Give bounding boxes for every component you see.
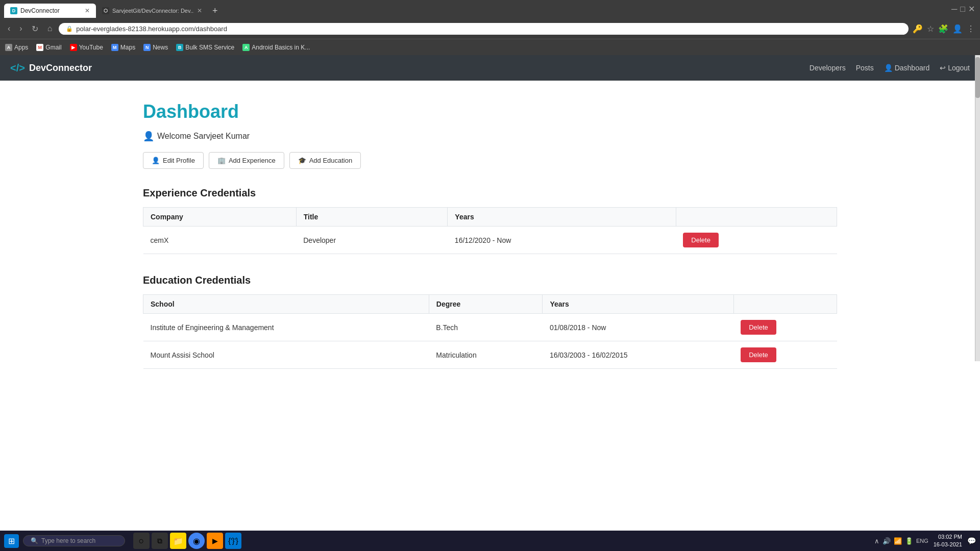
app-navbar: </> DevConnector Developers Posts 👤Dashb… [0, 55, 980, 81]
table-row: Mount Assisi School Matriculation 16/03/… [143, 341, 837, 369]
bookmark-maps-label: Maps [120, 44, 135, 51]
address-bar[interactable]: 🔒 polar-everglades-82138.herokuapp.com/d… [59, 23, 909, 35]
education-delete-button-1[interactable]: Delete [741, 320, 776, 335]
star-icon[interactable]: ☆ [927, 24, 934, 34]
bookmark-apps[interactable]: A Apps [5, 44, 28, 51]
profile-icon[interactable]: 👤 [952, 24, 963, 34]
nav-logout[interactable]: ↩Logout [940, 64, 970, 72]
table-row: Institute of Engineering & Management B.… [143, 314, 837, 341]
experience-header-company: Company [143, 208, 297, 227]
education-section-title: Education Credentials [143, 274, 837, 286]
education-header-degree: Degree [429, 295, 543, 314]
new-tab-button[interactable]: + [208, 6, 222, 16]
reload-button[interactable]: ↻ [29, 23, 41, 35]
tab2-favicon: ⬡ [102, 7, 109, 14]
bookmark-android-label: Android Basics in K... [252, 44, 310, 51]
close-button[interactable]: ✕ [968, 4, 975, 14]
bookmark-gmail-label: Gmail [45, 44, 61, 51]
education-delete-cell-2: Delete [733, 341, 837, 369]
experience-header-action [676, 208, 837, 227]
edit-profile-button[interactable]: 👤 Edit Profile [143, 152, 204, 169]
experience-table: Company Title Years cemX Developer 16/12… [143, 207, 837, 254]
add-education-button[interactable]: 🎓 Add Education [289, 152, 361, 169]
action-buttons: 👤 Edit Profile 🏢 Add Experience 🎓 Add Ed… [143, 152, 837, 169]
forward-button[interactable]: › [17, 23, 24, 34]
experience-delete-cell: Delete [676, 227, 837, 254]
nav-posts[interactable]: Posts [856, 64, 874, 72]
bookmark-apps-icon: A [5, 44, 12, 51]
bookmark-android-icon: A [242, 44, 250, 51]
browser-tab-2[interactable]: ⬡ SarvjeetGit/DevConnector: Dev... ✕ [96, 4, 208, 18]
education-years-2: 16/03/2003 - 16/02/2015 [543, 341, 733, 369]
nav-dashboard[interactable]: 👤Dashboard [884, 64, 930, 72]
brand-name: DevConnector [29, 63, 92, 73]
add-experience-label: Add Experience [229, 157, 276, 164]
home-button[interactable]: ⌂ [45, 23, 55, 34]
bookmarks-bar: A Apps M Gmail ▶ YouTube M Maps N News B… [0, 39, 980, 55]
bookmark-gmail-icon: M [36, 44, 43, 51]
experience-header-years: Years [448, 208, 676, 227]
browser-actions: 🔑 ☆ 🧩 👤 ⋮ [913, 24, 975, 34]
tab1-favicon: D [10, 7, 17, 14]
browser-tab-1[interactable]: D DevConnector ✕ [4, 4, 96, 18]
scrollbar-track[interactable] [975, 55, 980, 361]
tab1-title: DevConnector [20, 7, 60, 14]
bookmark-maps[interactable]: M Maps [111, 44, 135, 51]
back-button[interactable]: ‹ [5, 23, 13, 34]
nav-developers[interactable]: Developers [810, 64, 846, 72]
address-text: polar-everglades-82138.herokuapp.com/das… [76, 25, 227, 33]
education-header-school: School [143, 295, 429, 314]
scrollbar-thumb[interactable] [975, 57, 980, 98]
tab2-title: SarvjeetGit/DevConnector: Dev... [112, 8, 194, 14]
app-brand[interactable]: </> DevConnector [10, 62, 92, 74]
table-row: cemX Developer 16/12/2020 - Now Delete [143, 227, 837, 254]
bookmark-news-label: News [153, 44, 168, 51]
add-experience-button[interactable]: 🏢 Add Experience [209, 152, 284, 169]
dashboard-nav-icon: 👤 [884, 64, 893, 72]
experience-company: cemX [143, 227, 297, 254]
bookmark-android[interactable]: A Android Basics in K... [242, 44, 310, 51]
key-icon[interactable]: 🔑 [913, 24, 923, 34]
experience-delete-button[interactable]: Delete [683, 233, 719, 247]
page-title: Dashboard [143, 101, 837, 122]
education-degree-2: Matriculation [429, 341, 543, 369]
bookmark-bulk-icon: B [176, 44, 183, 51]
add-education-label: Add Education [309, 157, 353, 164]
lock-icon: 🔒 [66, 26, 73, 32]
bookmark-apps-label: Apps [14, 44, 28, 51]
education-school-1: Institute of Engineering & Management [143, 314, 429, 341]
add-experience-icon: 🏢 [217, 157, 226, 164]
welcome-message: Welcome Sarvjeet Kumar [157, 132, 250, 141]
brand-icon: </> [10, 62, 25, 74]
window-controls: ─ □ ✕ [951, 4, 975, 14]
experience-section-title: Experience Credentials [143, 187, 837, 199]
experience-job-title: Developer [296, 227, 448, 254]
edit-profile-label: Edit Profile [163, 157, 195, 164]
maximize-button[interactable]: □ [960, 4, 965, 14]
education-delete-button-2[interactable]: Delete [741, 347, 776, 362]
bookmark-youtube-label: YouTube [79, 44, 103, 51]
logout-nav-icon: ↩ [940, 64, 946, 72]
menu-icon[interactable]: ⋮ [967, 24, 975, 34]
bookmark-bulk-label: Bulk SMS Service [185, 44, 234, 51]
edit-profile-icon: 👤 [152, 157, 160, 164]
education-school-2: Mount Assisi School [143, 341, 429, 369]
education-degree-1: B.Tech [429, 314, 543, 341]
education-table: School Degree Years Institute of Enginee… [143, 294, 837, 369]
education-delete-cell-1: Delete [733, 314, 837, 341]
extensions-icon[interactable]: 🧩 [938, 24, 948, 34]
bookmark-youtube[interactable]: ▶ YouTube [70, 44, 103, 51]
tab1-close[interactable]: ✕ [85, 7, 90, 14]
experience-header-title: Title [296, 208, 448, 227]
bookmark-news-icon: N [143, 44, 151, 51]
education-years-1: 01/08/2018 - Now [543, 314, 733, 341]
nav-links: Developers Posts 👤Dashboard ↩Logout [810, 64, 970, 72]
main-content: Dashboard 👤 Welcome Sarvjeet Kumar 👤 Edi… [0, 81, 980, 410]
welcome-section: 👤 Welcome Sarvjeet Kumar [143, 131, 837, 142]
minimize-button[interactable]: ─ [951, 4, 957, 14]
bookmark-news[interactable]: N News [143, 44, 168, 51]
bookmark-gmail[interactable]: M Gmail [36, 44, 61, 51]
tab2-close[interactable]: ✕ [197, 7, 202, 14]
education-header-action [733, 295, 837, 314]
bookmark-bulk-sms[interactable]: B Bulk SMS Service [176, 44, 234, 51]
